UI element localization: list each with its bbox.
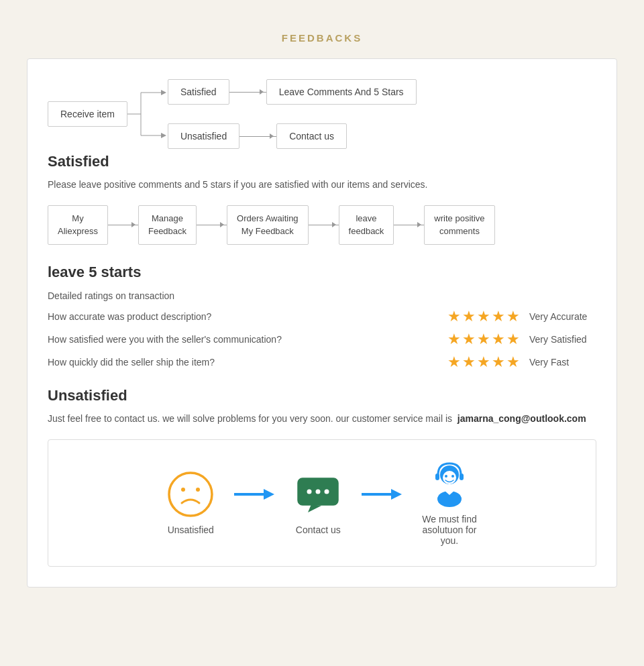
arrow-1 bbox=[234, 484, 274, 508]
svg-point-7 bbox=[169, 473, 212, 516]
unsatisfied-desc-text: Just feel free to contact us. we will so… bbox=[48, 413, 452, 424]
page-title: FEEDBACKS bbox=[282, 32, 362, 44]
rating-row-1: How accurate was product description? ★ … bbox=[48, 308, 596, 325]
chat-icon bbox=[294, 471, 341, 518]
flow-contact-box: Contact us bbox=[276, 123, 347, 149]
step-arrow-4 bbox=[394, 225, 424, 225]
satisfied-title: Satisfied bbox=[48, 153, 596, 170]
svg-point-14 bbox=[307, 490, 312, 494]
stars-2: ★ ★ ★ ★ ★ bbox=[447, 331, 520, 348]
branch-svg bbox=[127, 80, 168, 148]
rating-row-3: How quickly did the seller ship the item… bbox=[48, 353, 596, 371]
step-arrow-2 bbox=[197, 225, 227, 225]
bottom-item-support: We must find asolutuon for you. bbox=[422, 460, 476, 546]
svg-point-15 bbox=[316, 490, 321, 494]
step-write-positive: write positivecomments bbox=[424, 205, 494, 244]
rating-label-1: Very Accurate bbox=[529, 311, 596, 322]
step-manage-feedback: ManageFeedback bbox=[138, 205, 197, 244]
unsatisfied-email: jamarna_cong@outlook.com bbox=[458, 413, 586, 424]
bottom-item-unsatisfied: Unsatisfied bbox=[167, 471, 214, 535]
svg-point-9 bbox=[196, 488, 200, 492]
rating-row-2: How satisfied were you with the seller's… bbox=[48, 331, 596, 348]
step-arrow-1 bbox=[108, 225, 138, 225]
svg-point-16 bbox=[325, 490, 329, 494]
flow-receive-box: Receive item bbox=[48, 101, 127, 127]
leave-stars-title: leave 5 starts bbox=[48, 264, 596, 281]
flow-leave-comments-box: Leave Comments And 5 Stars bbox=[266, 79, 417, 105]
satisfied-desc: Please leave positive comments and 5 sta… bbox=[48, 177, 596, 192]
step-leave-feedback: leavefeedback bbox=[339, 205, 394, 244]
step-orders-awaiting: Orders AwaitingMy Feedback bbox=[227, 205, 309, 244]
rating-label-2: Very Satisfied bbox=[529, 334, 596, 345]
unsatisfied-title: Unsatisfied bbox=[48, 387, 596, 404]
svg-point-22 bbox=[451, 475, 454, 478]
svg-rect-24 bbox=[460, 474, 464, 480]
bottom-label-unsatisfied: Unsatisfied bbox=[168, 524, 214, 535]
rating-question-3: How quickly did the seller ship the item… bbox=[48, 357, 447, 368]
steps-row: MyAliexpress ManageFeedback Orders Await… bbox=[48, 205, 596, 244]
bottom-card: Unsatisfied Contact us bbox=[48, 439, 596, 567]
svg-marker-11 bbox=[264, 489, 274, 500]
flow-diagram: Receive item Satisfied Leave Commen bbox=[48, 79, 596, 149]
step-arrow-3 bbox=[309, 225, 339, 225]
main-card: Receive item Satisfied Leave Commen bbox=[27, 58, 617, 588]
step-my-aliexpress: MyAliexpress bbox=[48, 205, 108, 244]
unsatisfied-desc: Just feel free to contact us. we will so… bbox=[48, 411, 596, 426]
bottom-item-contact: Contact us bbox=[294, 471, 341, 535]
svg-marker-18 bbox=[391, 489, 402, 500]
svg-marker-3 bbox=[161, 90, 166, 95]
svg-point-8 bbox=[181, 488, 185, 492]
unsatisfied-arrow bbox=[239, 136, 276, 137]
support-icon bbox=[426, 460, 473, 507]
page-header: FEEDBACKS bbox=[0, 20, 644, 58]
bottom-label-solution: We must find asolutuon for you. bbox=[422, 514, 476, 546]
ratings-label: Detailed ratings on transaction bbox=[48, 290, 596, 301]
unsatisfied-icon bbox=[167, 471, 214, 518]
stars-3: ★ ★ ★ ★ ★ bbox=[447, 353, 520, 371]
svg-marker-6 bbox=[161, 133, 166, 138]
ratings-section: Detailed ratings on transaction How accu… bbox=[48, 290, 596, 371]
bottom-label-contact: Contact us bbox=[296, 524, 341, 535]
arrow-2 bbox=[362, 484, 402, 508]
satisfied-arrow bbox=[229, 92, 266, 93]
flow-unsatisfied-box: Unsatisfied bbox=[168, 123, 239, 149]
rating-question-2: How satisfied were you with the seller's… bbox=[48, 334, 447, 345]
rating-question-1: How accurate was product description? bbox=[48, 311, 447, 322]
flow-satisfied-box: Satisfied bbox=[168, 79, 229, 105]
svg-rect-23 bbox=[435, 474, 439, 480]
stars-1: ★ ★ ★ ★ ★ bbox=[447, 308, 520, 325]
rating-label-3: Very Fast bbox=[529, 357, 596, 368]
svg-point-21 bbox=[445, 475, 447, 478]
